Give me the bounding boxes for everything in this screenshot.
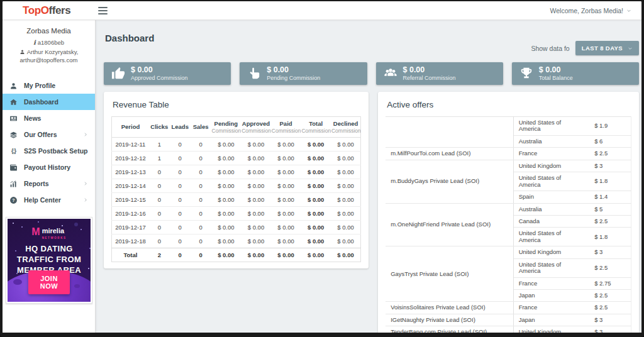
offer-country-cell: Australia	[513, 135, 589, 147]
stat-card-approved-commission: $ 0.00Approved Commission	[104, 62, 231, 85]
revenue-cell: $ 0.00	[301, 151, 331, 165]
revenue-cell: $ 0.00	[271, 234, 301, 248]
revenue-cell: 0	[149, 192, 170, 206]
offer-payout-cell: $ 3	[589, 246, 631, 258]
reports-icon	[9, 180, 18, 188]
sidebar-item-our-offers[interactable]: Our Offers	[3, 126, 95, 143]
sidebar-item-s2s-postback-setup[interactable]: {;}S2S Postback Setup	[3, 143, 95, 159]
offer-name-cell: IGetNaughty Private Lead (SOI)	[386, 314, 513, 326]
chevron-right-icon	[83, 181, 88, 186]
offer-payout-cell: $ 3	[589, 160, 631, 172]
offer-country-cell: United Kingdom	[513, 246, 589, 258]
hamburger-icon[interactable]	[98, 7, 108, 14]
offer-payout-cell: $ 2.5	[589, 215, 631, 227]
offer-row: United States of America$ 1.9	[386, 117, 631, 136]
stat-value: $ 0.00	[539, 65, 573, 75]
active-offers-table: United States of America$ 1.9Australia$ …	[386, 116, 631, 333]
user-icon	[19, 49, 25, 55]
offer-country-cell: United Kingdom	[513, 326, 589, 333]
stat-card-referral-commission: $ 0.00Referral Commission	[376, 62, 503, 85]
revenue-cell: 0	[170, 179, 191, 192]
sidebar-item-label: S2S Postback Setup	[24, 147, 88, 155]
sidebar-item-payout-history[interactable]: Payout History	[3, 159, 95, 175]
sidebar-menu: My ProfileDashboardNewsOur Offers{;}S2S …	[3, 77, 95, 208]
brand-logo[interactable]: TopOffers	[23, 5, 70, 16]
revenue-cell: $ 0.00	[241, 137, 271, 151]
revenue-cell: $ 0.00	[271, 179, 301, 192]
revenue-cell: $ 0.00	[241, 220, 271, 234]
revenue-col-header: PaidCommission	[271, 117, 301, 138]
revenue-cell: 2	[149, 248, 170, 262]
date-range-dropdown[interactable]: LAST 8 DAYS	[575, 41, 639, 55]
offer-payout-cell: $ 1.4	[589, 191, 631, 203]
revenue-header-row: PeriodClicksLeadsSalesPendingCommissionA…	[112, 117, 361, 138]
app-window: TopOffers Welcome, Zorbas Media! Zorbas …	[0, 0, 644, 337]
table-row: 2019-12-15000$ 0.00$ 0.00$ 0.00$ 0.00$ 0…	[112, 192, 361, 206]
profile-name: Arthur Kozyryatsky,	[27, 48, 79, 55]
offer-row: m.BuddyGays Private Lead (SOI)United Kin…	[386, 160, 631, 172]
ad-headline-line1: HQ DATING	[8, 244, 91, 255]
revenue-cell: $ 0.00	[271, 192, 301, 206]
mirelia-logo: M mirelia NETWORKS	[8, 224, 91, 240]
revenue-cell: $ 0.00	[271, 248, 301, 262]
revenue-cell: $ 0.00	[331, 206, 361, 220]
sidebar-item-reports[interactable]: Reports	[3, 175, 95, 192]
offer-payout-cell: $ 1.8	[589, 228, 631, 246]
stat-card-total-balance: $ 0.00Total Balance	[512, 62, 639, 85]
revenue-cell: $ 0.00	[211, 179, 242, 192]
date-filter: Show data fo LAST 8 DAYS	[531, 41, 639, 55]
revenue-cell: $ 0.00	[271, 137, 301, 151]
sidebar-item-news[interactable]: News	[3, 110, 95, 126]
revenue-cell: 0	[149, 165, 170, 179]
revenue-cell: 0	[191, 151, 211, 165]
revenue-cell: 2019-12-11	[112, 137, 149, 151]
sidebar-item-help-center[interactable]: ?Help Center	[3, 192, 95, 208]
revenue-cell: $ 0.00	[271, 220, 301, 234]
user-menu[interactable]: Welcome, Zorbas Media!	[550, 7, 631, 14]
brand-logo-top: Top	[23, 4, 41, 16]
offer-payout-cell: $ 3	[589, 314, 631, 326]
join-now-button[interactable]: JOIN NOW	[28, 270, 70, 294]
revenue-cell: $ 0.00	[241, 179, 271, 192]
brand-logo-rest: ffers	[49, 4, 71, 16]
revenue-col-header: DeclinedCommission	[331, 117, 361, 138]
offer-country-cell: United States of America	[513, 258, 589, 277]
offer-name-cell: m.BuddyGays Private Lead (SOI)	[386, 160, 513, 203]
sidebar-item-dashboard[interactable]: Dashboard	[3, 94, 95, 110]
offer-name-cell: m.MilfPourToi.com Lead (SOI)	[386, 148, 513, 160]
sidebar-item-label: Help Center	[24, 196, 61, 204]
sidebar-item-label: Dashboard	[24, 98, 58, 106]
revenue-cell: 0	[170, 137, 191, 151]
offer-payout-cell: $ 6	[589, 135, 631, 147]
offer-payout-cell: $ 5	[589, 203, 631, 215]
offer-country-cell: United States of America	[513, 172, 589, 191]
revenue-cell: 0	[170, 220, 191, 234]
revenue-cell: 2019-12-17	[112, 220, 149, 234]
ad-banner[interactable]: M mirelia NETWORKS HQ DATING TRAFFIC FRO…	[6, 217, 92, 304]
revenue-cell: $ 0.00	[301, 192, 331, 206]
revenue-cell: $ 0.00	[301, 137, 331, 151]
revenue-cell: $ 0.00	[241, 234, 271, 248]
ad-banner-inner: M mirelia NETWORKS HQ DATING TRAFFIC FRO…	[8, 219, 91, 302]
profile-company: Zorbas Media	[6, 27, 91, 35]
revenue-cell: 2019-12-14	[112, 179, 149, 192]
revenue-col-header: PendingCommission	[211, 117, 242, 138]
sidebar-item-my-profile[interactable]: My Profile	[3, 77, 95, 94]
revenue-total-row: Total200$ 0.00$ 0.00$ 0.00$ 0.00$ 0.00	[112, 248, 361, 262]
revenue-col-header: Leads	[170, 117, 191, 138]
revenue-cell: $ 0.00	[301, 220, 331, 234]
revenue-cell: $ 0.00	[241, 248, 271, 262]
offer-name-cell: VoisinsSolitaires Private Lead (SOI)	[386, 302, 513, 314]
active-offers-title: Active offers	[378, 92, 639, 116]
offer-country-cell: Australia	[513, 203, 589, 215]
stat-label: Approved Commission	[131, 75, 188, 82]
table-row: 2019-12-13000$ 0.00$ 0.00$ 0.00$ 0.00$ 0…	[112, 165, 361, 179]
revenue-col-header: ApprovedCommission	[241, 117, 271, 138]
sidebar-item-label: Payout History	[24, 163, 70, 171]
offer-name-cell: m.OneNightFriend Private Lead (SOI)	[386, 203, 513, 246]
offer-country-cell: United States of America	[513, 117, 589, 136]
revenue-cell: $ 0.00	[301, 179, 331, 192]
revenue-cell: 0	[191, 179, 211, 192]
revenue-cell: $ 0.00	[211, 137, 242, 151]
revenue-cell: 0	[170, 165, 191, 179]
